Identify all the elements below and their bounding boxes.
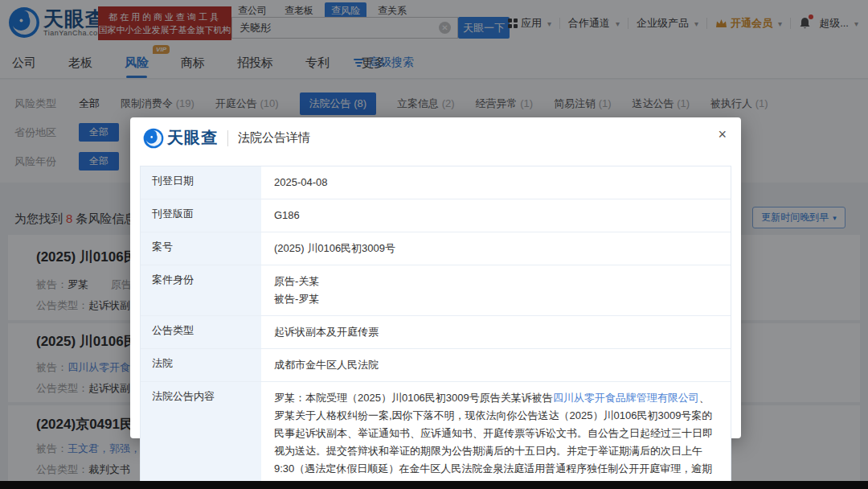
modal-title: 法院公告详情 bbox=[238, 130, 310, 146]
table-row: 刊登版面 G186 bbox=[141, 199, 731, 232]
row-value: G186 bbox=[261, 199, 731, 232]
table-row: 法院 成都市金牛区人民法院 bbox=[141, 349, 731, 382]
table-row: 法院公告内容 罗某：本院受理（2025）川0106民初3009号原告关某诉被告四… bbox=[141, 382, 731, 489]
row-value: 起诉状副本及开庭传票 bbox=[261, 316, 731, 348]
modal-brand: 天眼查 bbox=[167, 127, 218, 149]
divider bbox=[227, 130, 228, 146]
table-row: 案号 (2025) 川0106民初3009号 bbox=[141, 232, 731, 265]
row-label: 刊登版面 bbox=[141, 199, 261, 232]
tianyancha-eye-icon bbox=[143, 128, 164, 149]
row-label: 案件身份 bbox=[141, 265, 261, 315]
row-value: 原告-关某 被告-罗某 bbox=[261, 265, 731, 315]
announcement-detail-table: 刊登日期 2025-04-08 刊登版面 G186 案号 (2025) 川010… bbox=[140, 166, 731, 489]
table-row: 案件身份 原告-关某 被告-罗某 bbox=[141, 265, 731, 316]
row-label: 公告类型 bbox=[141, 316, 261, 348]
row-label: 法院公告内容 bbox=[141, 382, 261, 489]
row-label: 法院 bbox=[141, 349, 261, 381]
modal-header: 天眼查 法院公告详情 bbox=[143, 127, 310, 149]
row-label: 刊登日期 bbox=[141, 166, 261, 199]
announcement-content: 罗某：本院受理（2025）川0106民初3009号原告关某诉被告四川从零开食品牌… bbox=[261, 382, 731, 489]
row-value: 成都市金牛区人民法院 bbox=[261, 349, 731, 381]
company-link[interactable]: 四川从零开食品牌管理有限公司 bbox=[553, 392, 699, 404]
table-row: 刊登日期 2025-04-08 bbox=[141, 166, 731, 199]
table-row: 公告类型 起诉状副本及开庭传票 bbox=[141, 316, 731, 349]
close-icon[interactable]: × bbox=[718, 127, 727, 142]
row-label: 案号 bbox=[141, 232, 261, 265]
row-value: 2025-04-08 bbox=[261, 166, 731, 199]
row-value: (2025) 川0106民初3009号 bbox=[261, 232, 731, 265]
court-announcement-modal: 天眼查 法院公告详情 × 刊登日期 2025-04-08 刊登版面 G186 案… bbox=[130, 117, 741, 438]
bottom-black-bar bbox=[0, 481, 868, 489]
